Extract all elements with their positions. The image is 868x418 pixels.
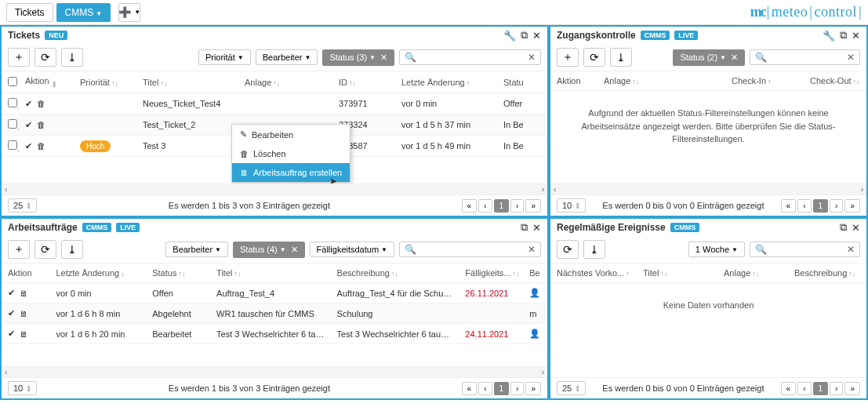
filter-priority[interactable]: Priorität▼: [198, 49, 251, 65]
filter-clear-icon[interactable]: ✕: [380, 53, 387, 63]
check-icon[interactable]: ✔: [25, 141, 32, 151]
col-checkin[interactable]: Check-In↑: [725, 71, 804, 91]
wrench-icon[interactable]: 🔧: [503, 30, 516, 42]
pager-prev[interactable]: ‹: [478, 382, 492, 395]
col-titel[interactable]: Titel↑↓: [210, 264, 331, 283]
pager-page[interactable]: 1: [494, 382, 510, 395]
filter-bearbeiter[interactable]: Bearbeiter▼: [256, 49, 318, 65]
search-input[interactable]: [772, 50, 842, 64]
search-box[interactable]: 🔍 ✕: [399, 49, 541, 65]
trash-icon[interactable]: 🗑: [37, 99, 45, 108]
filter-status[interactable]: Status (3)▼✕: [322, 49, 394, 66]
filter-bearbeiter[interactable]: Bearbeiter▼: [165, 242, 228, 257]
add-ticket-button[interactable]: ＋: [8, 48, 30, 67]
search-clear-icon[interactable]: ✕: [523, 52, 540, 63]
pager-page[interactable]: 1: [813, 382, 829, 395]
search-input[interactable]: [421, 242, 523, 256]
search-input[interactable]: [772, 242, 842, 256]
col-beschr[interactable]: Beschreibung↑↓: [788, 264, 866, 283]
pager-next[interactable]: ›: [510, 199, 524, 213]
filter-clear-icon[interactable]: ✕: [731, 53, 738, 63]
pager-last[interactable]: »: [844, 199, 860, 213]
page-size-select[interactable]: 10▲▼: [557, 198, 586, 213]
tab-tickets[interactable]: Tickets: [6, 3, 53, 22]
page-size-select[interactable]: 25▲▼: [557, 381, 586, 395]
pager-prev[interactable]: ‹: [478, 199, 492, 213]
export-button[interactable]: ⤓: [583, 240, 605, 259]
check-icon[interactable]: ✔: [8, 308, 15, 318]
close-icon[interactable]: ✕: [532, 30, 541, 42]
col-status[interactable]: Statu: [497, 71, 547, 93]
refresh-button[interactable]: ⟳: [557, 240, 579, 259]
col-beschr[interactable]: Beschreibung↑↓: [331, 264, 459, 283]
search-box[interactable]: 🔍 ✕: [399, 242, 541, 257]
pager-prev[interactable]: ‹: [797, 382, 811, 395]
filter-faellig[interactable]: Fälligkeitsdatum▼: [310, 242, 394, 257]
export-button[interactable]: ⤓: [61, 240, 83, 259]
col-letzte[interactable]: Letzte Änderung↑: [395, 71, 497, 93]
table-row[interactable]: ✔🗎 vor 1 d 6 h 8 min Abgelehnt WR1 tausc…: [2, 304, 547, 324]
export-button[interactable]: ⤓: [61, 48, 83, 67]
add-button[interactable]: ➕▼: [118, 3, 140, 22]
maximize-icon[interactable]: ⧉: [521, 29, 528, 42]
refresh-button[interactable]: ⟳: [583, 48, 605, 67]
export-button[interactable]: ⤓: [610, 48, 632, 67]
col-priority[interactable]: Priorität↑↓: [74, 71, 136, 93]
trash-icon[interactable]: 🗑: [37, 120, 45, 129]
pager-last[interactable]: »: [525, 382, 541, 395]
pager-first[interactable]: «: [462, 382, 478, 395]
maximize-icon[interactable]: ⧉: [521, 221, 528, 234]
col-titel[interactable]: Titel↑↓: [637, 264, 717, 283]
filter-clear-icon[interactable]: ✕: [291, 245, 298, 255]
maximize-icon[interactable]: ⧉: [840, 29, 847, 42]
document-icon[interactable]: 🗎: [20, 329, 28, 339]
col-status[interactable]: Status↑↓: [146, 264, 210, 283]
search-box[interactable]: 🔍 ✕: [750, 242, 860, 257]
col-anlage[interactable]: Anlage↑↓: [238, 71, 332, 93]
refresh-button[interactable]: ⟳: [35, 240, 56, 259]
search-clear-icon[interactable]: ✕: [523, 244, 540, 255]
col-anlage[interactable]: Anlage↑↓: [597, 71, 725, 91]
pager-page[interactable]: 1: [494, 199, 510, 213]
pager-first[interactable]: «: [462, 199, 478, 213]
check-icon[interactable]: ✔: [25, 120, 32, 130]
row-checkbox[interactable]: [8, 98, 17, 107]
col-checkout[interactable]: Check-Out↑↓: [804, 71, 866, 91]
col-aktion[interactable]: Aktion ▲▼: [19, 71, 74, 93]
col-letzte[interactable]: Letzte Änderung↓: [49, 264, 146, 283]
horizontal-scrollbar[interactable]: ‹›: [550, 184, 866, 194]
pager-first[interactable]: «: [781, 199, 797, 213]
pager-next[interactable]: ›: [830, 199, 843, 213]
filter-range[interactable]: 1 Woche▼: [688, 242, 745, 257]
add-button[interactable]: ＋: [8, 240, 30, 259]
pager-first[interactable]: «: [781, 382, 797, 395]
col-bearb[interactable]: Be: [523, 264, 547, 283]
col-aktion[interactable]: Aktion: [2, 264, 49, 283]
check-icon[interactable]: ✔: [8, 288, 15, 298]
pager-prev[interactable]: ‹: [797, 199, 811, 213]
col-faellig[interactable]: Fälligkeits...↑↓: [459, 264, 523, 283]
search-box[interactable]: 🔍 ✕: [750, 49, 860, 65]
pager-last[interactable]: »: [844, 382, 860, 395]
pager-last[interactable]: »: [525, 199, 541, 213]
search-clear-icon[interactable]: ✕: [842, 52, 859, 63]
check-icon[interactable]: ✔: [8, 329, 15, 339]
table-row[interactable]: ✔🗑 Neues_Ticket_Test4 373971 vor 0 min O…: [2, 93, 547, 114]
filter-status[interactable]: Status (4)▼✕: [233, 242, 305, 258]
table-row[interactable]: ✔🗎 vor 0 min Offen Auftrag_Test_4 Auftra…: [2, 283, 547, 304]
pager-next[interactable]: ›: [510, 382, 524, 395]
page-size-select[interactable]: 25▲▼: [8, 198, 37, 213]
trash-icon[interactable]: 🗑: [37, 141, 45, 151]
col-titel[interactable]: Titel↑↓: [136, 71, 238, 93]
horizontal-scrollbar[interactable]: ‹›: [2, 184, 547, 194]
wrench-icon[interactable]: 🔧: [823, 30, 835, 42]
add-button[interactable]: ＋: [557, 48, 579, 67]
search-input[interactable]: [421, 50, 523, 64]
close-icon[interactable]: ✕: [852, 30, 860, 42]
maximize-icon[interactable]: ⧉: [840, 221, 847, 234]
close-icon[interactable]: ✕: [852, 222, 860, 234]
document-icon[interactable]: 🗎: [20, 309, 28, 318]
context-edit[interactable]: ✎Bearbeiten: [232, 125, 350, 144]
horizontal-scrollbar[interactable]: ‹›: [2, 366, 547, 377]
pager-next[interactable]: ›: [830, 382, 843, 395]
